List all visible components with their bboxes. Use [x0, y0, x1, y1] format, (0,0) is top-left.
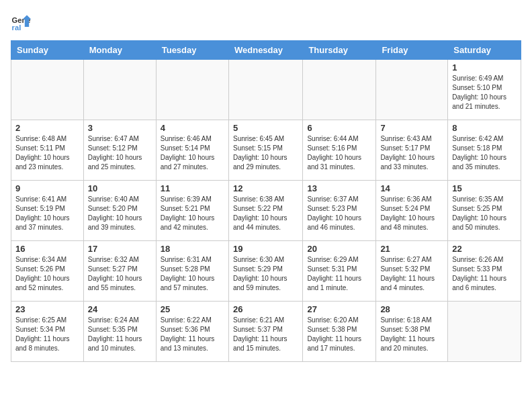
calendar-cell: [448, 302, 521, 362]
calendar-cell: 28Sunrise: 6:18 AM Sunset: 5:38 PM Dayli…: [376, 302, 448, 362]
day-number: 20: [307, 244, 371, 254]
calendar-cell: 24Sunrise: 6:24 AM Sunset: 5:35 PM Dayli…: [83, 302, 156, 362]
day-info: Sunrise: 6:45 AM Sunset: 5:15 PM Dayligh…: [233, 134, 298, 172]
calendar-cell: [228, 60, 302, 120]
day-info: Sunrise: 6:24 AM Sunset: 5:35 PM Dayligh…: [88, 316, 152, 353]
weekday-header-saturday: Saturday: [448, 41, 521, 60]
calendar-cell: 8Sunrise: 6:42 AM Sunset: 5:18 PM Daylig…: [448, 120, 521, 181]
day-number: 25: [161, 304, 224, 314]
day-info: Sunrise: 6:37 AM Sunset: 5:23 PM Dayligh…: [307, 195, 371, 232]
day-number: 8: [452, 123, 517, 133]
day-number: 28: [380, 304, 443, 314]
day-info: Sunrise: 6:49 AM Sunset: 5:10 PM Dayligh…: [452, 74, 517, 111]
day-number: 5: [233, 123, 298, 133]
day-number: 3: [88, 123, 152, 133]
day-number: 19: [233, 244, 298, 254]
day-number: 21: [380, 244, 443, 254]
day-info: Sunrise: 6:18 AM Sunset: 5:38 PM Dayligh…: [380, 316, 443, 353]
day-number: 16: [15, 244, 79, 254]
day-number: 12: [233, 183, 298, 193]
day-info: Sunrise: 6:34 AM Sunset: 5:26 PM Dayligh…: [15, 255, 79, 293]
day-info: Sunrise: 6:47 AM Sunset: 5:12 PM Dayligh…: [88, 134, 152, 172]
calendar-cell: 10Sunrise: 6:40 AM Sunset: 5:20 PM Dayli…: [83, 181, 156, 241]
day-info: Sunrise: 6:25 AM Sunset: 5:34 PM Dayligh…: [15, 316, 79, 353]
calendar-cell: 13Sunrise: 6:37 AM Sunset: 5:23 PM Dayli…: [303, 181, 376, 241]
day-info: Sunrise: 6:40 AM Sunset: 5:20 PM Dayligh…: [88, 195, 152, 232]
calendar-cell: 6Sunrise: 6:44 AM Sunset: 5:16 PM Daylig…: [303, 120, 376, 181]
day-info: Sunrise: 6:43 AM Sunset: 5:17 PM Dayligh…: [380, 134, 443, 172]
logo: Gene ral: [11, 11, 35, 32]
day-number: 15: [452, 183, 517, 193]
logo-icon: Gene ral: [11, 11, 32, 32]
calendar-week-row: 1Sunrise: 6:49 AM Sunset: 5:10 PM Daylig…: [11, 60, 521, 120]
day-info: Sunrise: 6:21 AM Sunset: 5:37 PM Dayligh…: [233, 316, 298, 353]
calendar-cell: 16Sunrise: 6:34 AM Sunset: 5:26 PM Dayli…: [11, 241, 84, 302]
calendar-cell: 9Sunrise: 6:41 AM Sunset: 5:19 PM Daylig…: [11, 181, 84, 241]
calendar-cell: 11Sunrise: 6:39 AM Sunset: 5:21 PM Dayli…: [156, 181, 228, 241]
day-number: 11: [161, 183, 224, 193]
day-info: Sunrise: 6:29 AM Sunset: 5:31 PM Dayligh…: [307, 255, 371, 293]
calendar-cell: 20Sunrise: 6:29 AM Sunset: 5:31 PM Dayli…: [303, 241, 376, 302]
weekday-header-sunday: Sunday: [11, 41, 84, 60]
day-number: 1: [452, 62, 517, 73]
calendar-cell: 7Sunrise: 6:43 AM Sunset: 5:17 PM Daylig…: [376, 120, 448, 181]
weekday-header-tuesday: Tuesday: [156, 41, 228, 60]
day-number: 7: [380, 123, 443, 133]
day-info: Sunrise: 6:26 AM Sunset: 5:33 PM Dayligh…: [452, 255, 517, 293]
weekday-header-wednesday: Wednesday: [228, 41, 302, 60]
calendar-cell: 15Sunrise: 6:35 AM Sunset: 5:25 PM Dayli…: [448, 181, 521, 241]
day-info: Sunrise: 6:46 AM Sunset: 5:14 PM Dayligh…: [161, 134, 224, 172]
weekday-header-monday: Monday: [83, 41, 156, 60]
day-info: Sunrise: 6:39 AM Sunset: 5:21 PM Dayligh…: [161, 195, 224, 232]
calendar-cell: 1Sunrise: 6:49 AM Sunset: 5:10 PM Daylig…: [448, 60, 521, 120]
calendar-cell: 5Sunrise: 6:45 AM Sunset: 5:15 PM Daylig…: [228, 120, 302, 181]
day-info: Sunrise: 6:35 AM Sunset: 5:25 PM Dayligh…: [452, 195, 517, 232]
calendar-cell: 12Sunrise: 6:38 AM Sunset: 5:22 PM Dayli…: [228, 181, 302, 241]
calendar-cell: 25Sunrise: 6:22 AM Sunset: 5:36 PM Dayli…: [156, 302, 228, 362]
svg-text:ral: ral: [12, 24, 21, 32]
calendar-cell: [156, 60, 228, 120]
weekday-header-thursday: Thursday: [303, 41, 376, 60]
day-number: 14: [380, 183, 443, 193]
calendar-cell: 27Sunrise: 6:20 AM Sunset: 5:38 PM Dayli…: [303, 302, 376, 362]
day-info: Sunrise: 6:44 AM Sunset: 5:16 PM Dayligh…: [307, 134, 371, 172]
day-number: 4: [161, 123, 224, 133]
day-number: 27: [307, 304, 371, 314]
calendar-cell: 3Sunrise: 6:47 AM Sunset: 5:12 PM Daylig…: [83, 120, 156, 181]
calendar-cell: 14Sunrise: 6:36 AM Sunset: 5:24 PM Dayli…: [376, 181, 448, 241]
day-number: 10: [88, 183, 152, 193]
day-number: 22: [452, 244, 517, 254]
page-header: Gene ral: [11, 11, 521, 32]
day-number: 26: [233, 304, 298, 314]
day-info: Sunrise: 6:42 AM Sunset: 5:18 PM Dayligh…: [452, 134, 517, 172]
day-info: Sunrise: 6:27 AM Sunset: 5:32 PM Dayligh…: [380, 255, 443, 293]
calendar-cell: 19Sunrise: 6:30 AM Sunset: 5:29 PM Dayli…: [228, 241, 302, 302]
day-info: Sunrise: 6:31 AM Sunset: 5:28 PM Dayligh…: [161, 255, 224, 293]
day-info: Sunrise: 6:20 AM Sunset: 5:38 PM Dayligh…: [307, 316, 371, 353]
day-info: Sunrise: 6:30 AM Sunset: 5:29 PM Dayligh…: [233, 255, 298, 293]
calendar-cell: 22Sunrise: 6:26 AM Sunset: 5:33 PM Dayli…: [448, 241, 521, 302]
calendar-cell: 21Sunrise: 6:27 AM Sunset: 5:32 PM Dayli…: [376, 241, 448, 302]
calendar-cell: 26Sunrise: 6:21 AM Sunset: 5:37 PM Dayli…: [228, 302, 302, 362]
day-number: 6: [307, 123, 371, 133]
day-number: 2: [15, 123, 79, 133]
calendar-cell: 23Sunrise: 6:25 AM Sunset: 5:34 PM Dayli…: [11, 302, 84, 362]
calendar-cell: [303, 60, 376, 120]
calendar-cell: [83, 60, 156, 120]
day-number: 13: [307, 183, 371, 193]
day-info: Sunrise: 6:41 AM Sunset: 5:19 PM Dayligh…: [15, 195, 79, 232]
calendar-cell: 2Sunrise: 6:48 AM Sunset: 5:11 PM Daylig…: [11, 120, 84, 181]
day-number: 9: [15, 183, 79, 193]
day-info: Sunrise: 6:48 AM Sunset: 5:11 PM Dayligh…: [15, 134, 79, 172]
day-info: Sunrise: 6:38 AM Sunset: 5:22 PM Dayligh…: [233, 195, 298, 232]
weekday-header-friday: Friday: [376, 41, 448, 60]
calendar-cell: 4Sunrise: 6:46 AM Sunset: 5:14 PM Daylig…: [156, 120, 228, 181]
calendar-cell: [11, 60, 84, 120]
day-info: Sunrise: 6:22 AM Sunset: 5:36 PM Dayligh…: [161, 316, 224, 353]
day-number: 18: [161, 244, 224, 254]
calendar-week-row: 9Sunrise: 6:41 AM Sunset: 5:19 PM Daylig…: [11, 181, 521, 241]
day-number: 23: [15, 304, 79, 314]
day-number: 17: [88, 244, 152, 254]
calendar-cell: 18Sunrise: 6:31 AM Sunset: 5:28 PM Dayli…: [156, 241, 228, 302]
calendar-week-row: 2Sunrise: 6:48 AM Sunset: 5:11 PM Daylig…: [11, 120, 521, 181]
